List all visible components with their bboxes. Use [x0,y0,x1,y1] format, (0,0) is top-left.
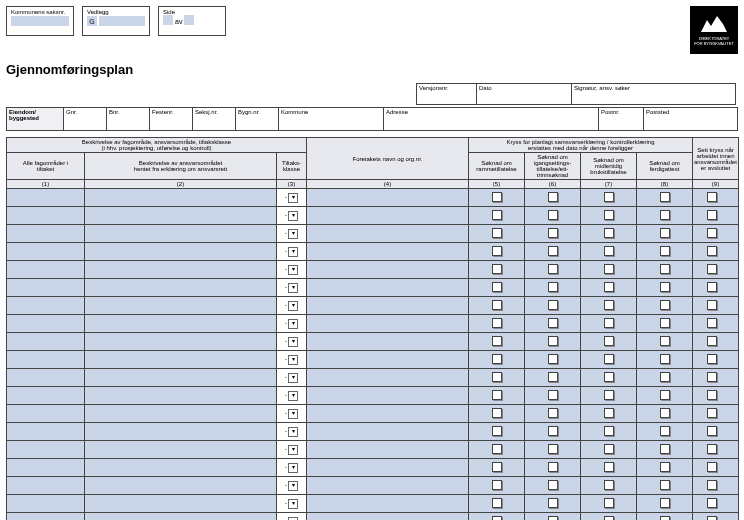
cell-igang[interactable] [525,477,581,495]
cell-avsluttet[interactable] [693,387,739,405]
cell-ansvarsomrade[interactable] [85,369,277,387]
cell-fagomrade[interactable] [7,225,85,243]
cell-avsluttet[interactable] [693,279,739,297]
cell-ferdig[interactable] [637,405,693,423]
cell-foretak[interactable] [307,243,469,261]
cell-foretak[interactable] [307,459,469,477]
check-avsluttet[interactable] [707,408,717,418]
cell-ansvarsomrade[interactable] [85,513,277,521]
check-ferdig[interactable] [660,246,670,256]
check-ferdig[interactable] [660,228,670,238]
cell-fagomrade[interactable] [7,387,85,405]
cell-foretak[interactable] [307,423,469,441]
cell-ferdig[interactable] [637,279,693,297]
cell-ansvarsomrade[interactable] [85,441,277,459]
cell-igang[interactable] [525,333,581,351]
cell-igang[interactable] [525,279,581,297]
cell-ansvarsomrade[interactable] [85,477,277,495]
cell-avsluttet[interactable] [693,513,739,521]
cell-fagomrade[interactable] [7,369,85,387]
check-igang[interactable] [548,246,558,256]
cell-midl[interactable] [581,243,637,261]
check-ramme[interactable] [492,480,502,490]
cell-ansvarsomrade[interactable] [85,333,277,351]
check-avsluttet[interactable] [707,192,717,202]
check-midl[interactable] [604,246,614,256]
cell-igang[interactable] [525,387,581,405]
check-midl[interactable] [604,426,614,436]
cell-ansvarsomrade[interactable] [85,459,277,477]
check-avsluttet[interactable] [707,426,717,436]
vedlegg-input[interactable] [99,16,145,26]
cell-ramme[interactable] [469,441,525,459]
cell-ramme[interactable] [469,477,525,495]
cell-ansvarsomrade[interactable] [85,279,277,297]
cell-foretak[interactable] [307,225,469,243]
cell-fagomrade[interactable] [7,477,85,495]
cell-fagomrade[interactable] [7,261,85,279]
cell-ferdig[interactable] [637,297,693,315]
check-avsluttet[interactable] [707,300,717,310]
cell-igang[interactable] [525,207,581,225]
cell-igang[interactable] [525,441,581,459]
dropdown-icon[interactable]: ▾ [288,481,298,491]
check-igang[interactable] [548,192,558,202]
cell-ferdig[interactable] [637,189,693,207]
cell-foretak[interactable] [307,189,469,207]
check-avsluttet[interactable] [707,390,717,400]
check-midl[interactable] [604,444,614,454]
cell-avsluttet[interactable] [693,477,739,495]
cell-avsluttet[interactable] [693,315,739,333]
check-midl[interactable] [604,228,614,238]
cell-midl[interactable] [581,225,637,243]
cell-midl[interactable] [581,297,637,315]
cell-igang[interactable] [525,297,581,315]
check-ferdig[interactable] [660,210,670,220]
check-ferdig[interactable] [660,408,670,418]
cell-avsluttet[interactable] [693,495,739,513]
cell-avsluttet[interactable] [693,441,739,459]
check-ramme[interactable] [492,390,502,400]
check-midl[interactable] [604,210,614,220]
cell-ansvarsomrade[interactable] [85,387,277,405]
dropdown-icon[interactable]: ▾ [288,445,298,455]
check-ferdig[interactable] [660,282,670,292]
cell-ferdig[interactable] [637,207,693,225]
cell-ansvarsomrade[interactable] [85,405,277,423]
check-ferdig[interactable] [660,480,670,490]
cell-foretak[interactable] [307,333,469,351]
cell-ansvarsomrade[interactable] [85,315,277,333]
dropdown-icon[interactable]: ▾ [288,265,298,275]
cell-ferdig[interactable] [637,225,693,243]
cell-ansvarsomrade[interactable] [85,351,277,369]
check-ramme[interactable] [492,354,502,364]
check-ramme[interactable] [492,462,502,472]
cell-igang[interactable] [525,459,581,477]
cell-igang[interactable] [525,351,581,369]
cell-midl[interactable] [581,207,637,225]
cell-midl[interactable] [581,189,637,207]
dropdown-icon[interactable]: ▾ [288,247,298,257]
check-midl[interactable] [604,408,614,418]
check-midl[interactable] [604,336,614,346]
cell-igang[interactable] [525,423,581,441]
cell-avsluttet[interactable] [693,243,739,261]
cell-foretak[interactable] [307,513,469,521]
cell-ramme[interactable] [469,315,525,333]
dropdown-icon[interactable]: ▾ [288,355,298,365]
cell-fagomrade[interactable] [7,351,85,369]
check-avsluttet[interactable] [707,354,717,364]
cell-avsluttet[interactable] [693,261,739,279]
cell-avsluttet[interactable] [693,351,739,369]
dropdown-icon[interactable]: ▾ [288,301,298,311]
check-ferdig[interactable] [660,354,670,364]
cell-foretak[interactable] [307,405,469,423]
check-ferdig[interactable] [660,372,670,382]
cell-igang[interactable] [525,189,581,207]
cell-foretak[interactable] [307,207,469,225]
check-igang[interactable] [548,516,558,520]
cell-midl[interactable] [581,315,637,333]
check-ferdig[interactable] [660,264,670,274]
check-midl[interactable] [604,480,614,490]
cell-igang[interactable] [525,315,581,333]
